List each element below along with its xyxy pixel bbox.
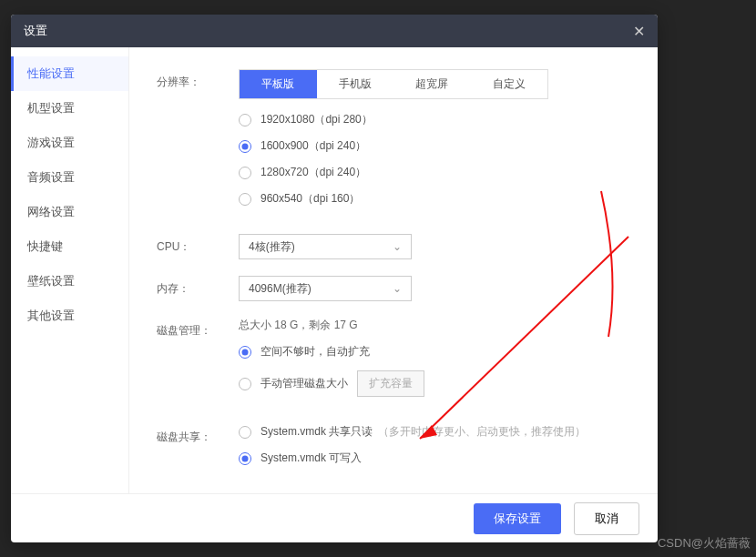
radio-label: 手动管理磁盘大小 bbox=[261, 376, 348, 391]
cpu-label: CPU： bbox=[157, 234, 239, 255]
sidebar-item-1[interactable]: 机型设置 bbox=[11, 91, 128, 126]
settings-dialog: 设置 ✕ 性能设置机型设置游戏设置音频设置网络设置快捷键壁纸设置其他设置 分辨率… bbox=[11, 15, 658, 542]
share-option-1[interactable]: System.vmdk 可写入 bbox=[239, 451, 630, 466]
radio-icon bbox=[239, 378, 251, 390]
sidebar-item-2[interactable]: 游戏设置 bbox=[11, 126, 128, 160]
resolution-label: 分辨率： bbox=[157, 69, 239, 90]
dialog-title: 设置 bbox=[24, 23, 47, 39]
option-note: （多开时内存更小、启动更快，推荐使用） bbox=[378, 424, 586, 440]
resolution-option-3[interactable]: 960x540（dpi 160） bbox=[239, 191, 630, 207]
resolution-option-0[interactable]: 1920x1080（dpi 280） bbox=[239, 112, 630, 127]
resolution-option-1[interactable]: 1600x900（dpi 240） bbox=[239, 138, 630, 154]
resolution-tab-1[interactable]: 手机版 bbox=[317, 70, 394, 98]
resolution-tab-3[interactable]: 自定义 bbox=[471, 70, 548, 98]
radio-label: System.vmdk 可写入 bbox=[261, 451, 362, 466]
dialog-footer: 保存设置 取消 bbox=[11, 493, 658, 542]
radio-icon bbox=[239, 167, 251, 179]
radio-icon bbox=[239, 140, 251, 153]
memory-select[interactable]: 4096M(推荐) ⌄ bbox=[239, 276, 412, 301]
memory-value: 4096M(推荐) bbox=[249, 281, 312, 297]
resolution-tab-0[interactable]: 平板版 bbox=[240, 70, 317, 98]
radio-label: 960x540（dpi 160） bbox=[261, 191, 360, 207]
radio-label: 1280x720（dpi 240） bbox=[261, 165, 366, 180]
sidebar-item-6[interactable]: 壁纸设置 bbox=[11, 264, 128, 299]
expand-button: 扩充容量 bbox=[357, 370, 424, 397]
radio-label: 1600x900（dpi 240） bbox=[261, 138, 366, 154]
sidebar-item-3[interactable]: 音频设置 bbox=[11, 160, 128, 195]
sidebar-item-4[interactable]: 网络设置 bbox=[11, 195, 128, 229]
radio-label: 1920x1080（dpi 280） bbox=[261, 112, 373, 127]
disk-option-1[interactable]: 手动管理磁盘大小扩充容量 bbox=[239, 370, 630, 397]
share-label: 磁盘共享： bbox=[157, 424, 239, 445]
radio-icon bbox=[239, 346, 251, 359]
sidebar-item-7[interactable]: 其他设置 bbox=[11, 299, 128, 333]
disk-label: 磁盘管理： bbox=[157, 318, 239, 339]
sidebar-item-0[interactable]: 性能设置 bbox=[11, 56, 128, 91]
radio-icon bbox=[239, 193, 251, 206]
memory-label: 内存： bbox=[157, 276, 239, 297]
sidebar-item-5[interactable]: 快捷键 bbox=[11, 229, 128, 264]
main-panel: 分辨率： 平板版手机版超宽屏自定义 1920x1080（dpi 280）1600… bbox=[129, 47, 658, 493]
radio-icon bbox=[239, 114, 251, 127]
radio-label: System.vmdk 共享只读 bbox=[261, 424, 373, 440]
radio-icon bbox=[239, 452, 251, 465]
titlebar: 设置 ✕ bbox=[11, 15, 658, 47]
chevron-down-icon: ⌄ bbox=[393, 282, 402, 295]
resolution-tabs: 平板版手机版超宽屏自定义 bbox=[239, 69, 548, 99]
chevron-down-icon: ⌄ bbox=[393, 240, 402, 253]
cpu-select[interactable]: 4核(推荐) ⌄ bbox=[239, 234, 412, 259]
save-button[interactable]: 保存设置 bbox=[474, 503, 561, 534]
disk-option-0[interactable]: 空间不够时，自动扩充 bbox=[239, 344, 630, 360]
close-icon[interactable]: ✕ bbox=[633, 23, 645, 40]
resolution-tab-2[interactable]: 超宽屏 bbox=[393, 70, 471, 98]
disk-info: 总大小 18 G，剩余 17 G bbox=[239, 318, 630, 333]
share-option-0[interactable]: System.vmdk 共享只读（多开时内存更小、启动更快，推荐使用） bbox=[239, 424, 630, 440]
resolution-option-2[interactable]: 1280x720（dpi 240） bbox=[239, 165, 630, 180]
cancel-button[interactable]: 取消 bbox=[574, 502, 639, 535]
radio-label: 空间不够时，自动扩充 bbox=[261, 344, 370, 360]
radio-icon bbox=[239, 426, 251, 439]
cpu-value: 4核(推荐) bbox=[249, 239, 295, 255]
sidebar: 性能设置机型设置游戏设置音频设置网络设置快捷键壁纸设置其他设置 bbox=[11, 47, 129, 493]
